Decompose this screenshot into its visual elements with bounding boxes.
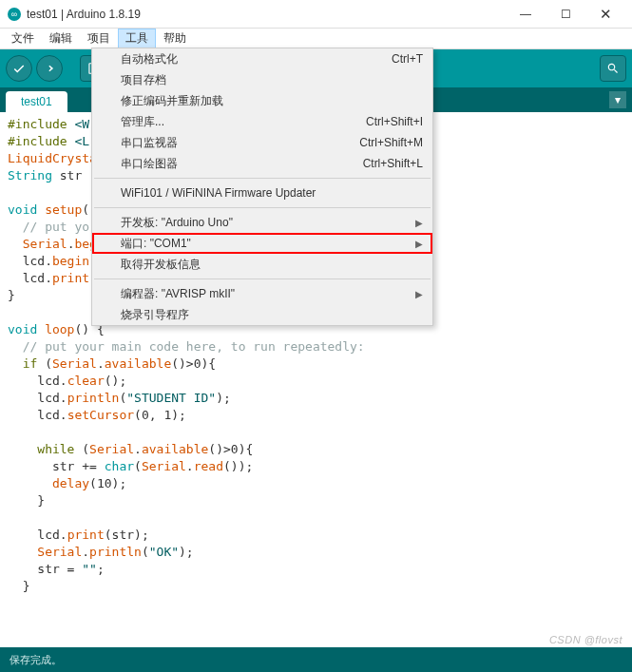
menu-port[interactable]: 端口: "COM1"▶	[92, 233, 432, 254]
menu-serial-plotter[interactable]: 串口绘图器Ctrl+Shift+L	[92, 153, 432, 174]
watermark: CSDN @flovst	[549, 634, 622, 645]
arduino-icon	[8, 8, 21, 21]
menu-archive-sketch[interactable]: 项目存档	[92, 69, 432, 90]
chevron-right-icon: ▶	[415, 218, 423, 228]
menu-fix-encoding[interactable]: 修正编码并重新加载	[92, 90, 432, 111]
statusbar-message: 保存完成。	[10, 653, 62, 667]
tab-test01[interactable]: test01	[6, 91, 67, 112]
tab-dropdown-icon[interactable]: ▾	[609, 91, 626, 108]
menu-file[interactable]: 文件	[4, 29, 42, 48]
chevron-right-icon: ▶	[415, 289, 423, 299]
menu-burn-bootloader[interactable]: 烧录引导程序	[92, 304, 432, 325]
menu-wifi-firmware[interactable]: WiFi101 / WiFiNINA Firmware Updater	[92, 182, 432, 203]
menu-board[interactable]: 开发板: "Arduino Uno"▶	[92, 212, 432, 233]
upload-button[interactable]	[36, 55, 63, 82]
statusbar: 保存完成。	[0, 647, 632, 672]
menu-manage-libraries[interactable]: 管理库...Ctrl+Shift+I	[92, 111, 432, 132]
menu-edit[interactable]: 编辑	[42, 29, 80, 48]
menu-separator	[94, 207, 431, 208]
menu-help[interactable]: 帮助	[156, 29, 194, 48]
titlebar: test01 | Arduino 1.8.19 — ☐ ✕	[0, 0, 632, 29]
window-title: test01 | Arduino 1.8.19	[27, 8, 507, 21]
menu-programmer[interactable]: 编程器: "AVRISP mkII"▶	[92, 283, 432, 304]
menubar: 文件 编辑 项目 工具 帮助	[0, 29, 632, 49]
maximize-button[interactable]: ☐	[546, 1, 584, 28]
menu-serial-monitor[interactable]: 串口监视器Ctrl+Shift+M	[92, 132, 432, 153]
window-controls: — ☐ ✕	[507, 1, 624, 28]
minimize-button[interactable]: —	[507, 1, 545, 28]
menu-get-board-info[interactable]: 取得开发板信息	[92, 254, 432, 275]
menu-sketch[interactable]: 项目	[80, 29, 118, 48]
menu-separator	[94, 278, 431, 279]
menu-auto-format[interactable]: 自动格式化Ctrl+T	[92, 48, 432, 69]
tools-dropdown-menu: 自动格式化Ctrl+T 项目存档 修正编码并重新加载 管理库...Ctrl+Sh…	[91, 48, 433, 326]
verify-button[interactable]	[6, 55, 32, 82]
menu-separator	[94, 178, 431, 179]
chevron-right-icon: ▶	[415, 239, 423, 249]
menu-tools[interactable]: 工具	[118, 29, 156, 48]
close-button[interactable]: ✕	[586, 1, 624, 28]
serial-monitor-button[interactable]	[600, 55, 626, 82]
